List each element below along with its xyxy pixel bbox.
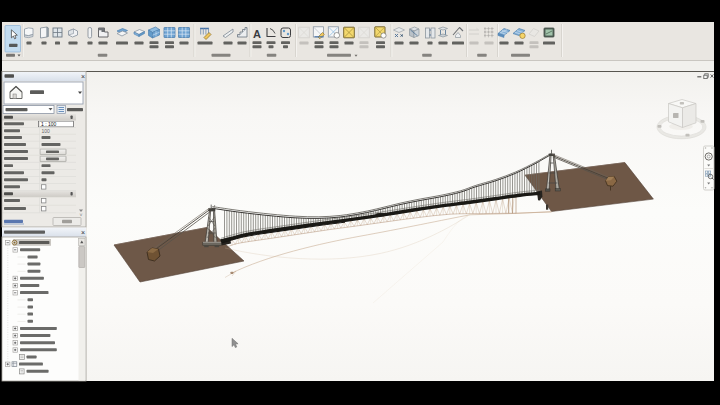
svg-text:100: 100 — [42, 128, 51, 134]
svg-text:A: A — [253, 28, 261, 40]
svg-text:1 : 100: 1 : 100 — [41, 121, 57, 127]
svg-text:×: × — [81, 229, 85, 236]
svg-text:×: × — [81, 73, 85, 80]
svg-text:˅: ˅ — [80, 212, 83, 218]
